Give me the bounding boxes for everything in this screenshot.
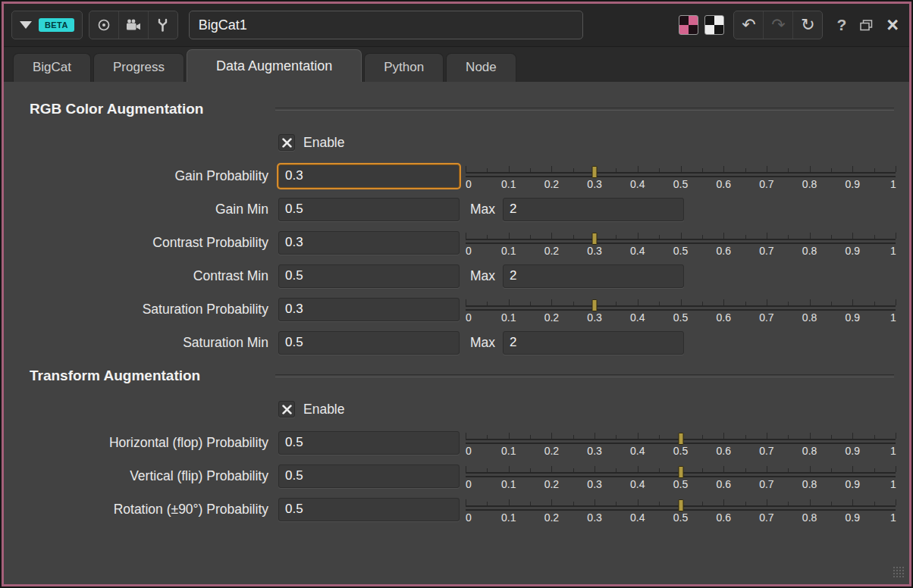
slider-handle[interactable] (678, 499, 683, 511)
slider-scale-label: 0.1 (501, 178, 516, 190)
slider-tick (767, 299, 767, 305)
slider-tick (810, 433, 811, 439)
section-title: Transform Augmentation (4, 368, 275, 384)
slider-scale-label: 0.8 (802, 445, 817, 457)
transform-enable-label: Enable (303, 402, 345, 418)
slider-handle[interactable] (678, 466, 683, 478)
titlebar-right-controls: ↶ ↷ ↻ ? × (679, 11, 899, 39)
slider-tick (509, 233, 510, 239)
slider-tick (551, 299, 552, 305)
gain-probability-row: Gain Probability 00.10.20.30.40.50.60.70… (4, 159, 909, 192)
tab-data-augmentation[interactable]: Data Augmentation (187, 49, 362, 82)
rgb-enable-label: Enable (303, 135, 345, 151)
slider-scale-label: 0.4 (630, 445, 645, 457)
undo-icon[interactable]: ↶ (734, 11, 764, 39)
slider-scale-label: 0 (466, 478, 472, 490)
gain-min-input[interactable] (278, 198, 460, 221)
slider-scale-label: 0.5 (673, 478, 688, 490)
slider-tick (551, 499, 552, 505)
collapse-group: BETA (11, 11, 83, 39)
slider-tick (466, 299, 466, 305)
gl-color-swatch-button[interactable] (704, 15, 724, 35)
param-label: Horizontal (flop) Probability (22, 435, 268, 451)
saturation-probability-slider[interactable]: 00.10.20.30.40.50.60.70.80.91 (466, 292, 896, 326)
rotation-probability-slider[interactable]: 00.10.20.30.40.50.60.70.80.91 (466, 493, 896, 526)
slider-tick (595, 433, 595, 439)
rgb-enable-row: Enable (4, 126, 909, 159)
slider-scale-label: 0 (466, 245, 472, 257)
saturation-min-max-row: Saturation Min Max (4, 326, 909, 359)
contrast-max-input[interactable] (503, 264, 684, 288)
slider-scale-label: 0.7 (759, 478, 773, 490)
vertical-flip-probability-slider[interactable]: 00.10.20.30.40.50.60.70.80.91 (466, 459, 896, 493)
close-icon[interactable]: × (886, 15, 899, 36)
slider-scale-labels: 00.10.20.30.40.50.60.70.80.91 (466, 178, 896, 190)
tab-progress[interactable]: Progress (93, 53, 184, 82)
outer-frame: BETA ↶ ↷ ↻ ? × (0, 0, 913, 588)
saturation-max-input[interactable] (503, 331, 684, 355)
gain-max-input[interactable] (503, 198, 684, 221)
rgb-enable-checkbox[interactable] (278, 134, 295, 151)
rotation-probability-row: Rotation (±90°) Probability 00.10.20.30.… (4, 493, 909, 526)
contrast-probability-input[interactable] (278, 231, 460, 255)
node-color-swatch-button[interactable] (679, 15, 698, 35)
camera-icon[interactable] (119, 11, 149, 39)
slider-scale-label: 0.6 (716, 478, 730, 490)
transform-enable-checkbox[interactable] (278, 401, 295, 418)
tab-bar: BigCat Progress Data Augmentation Python… (4, 46, 909, 82)
contrast-probability-slider[interactable]: 00.10.20.30.40.50.60.70.80.91 (466, 226, 896, 259)
slider-track-area (466, 429, 896, 444)
horizontal-flop-probability-input[interactable] (278, 431, 460, 455)
slider-tick (723, 166, 724, 172)
slider-scale-label: 0.9 (846, 178, 860, 190)
slider-tick (466, 466, 466, 472)
slider-scale-label: 0.7 (759, 178, 773, 190)
slider-tick (852, 299, 853, 305)
vertical-flip-probability-input[interactable] (278, 464, 460, 488)
transform-enable-row: Enable (4, 393, 909, 426)
slider-scale-label: 0.1 (501, 478, 516, 490)
collapse-triangle-icon[interactable] (20, 21, 32, 29)
slider-scale-label: 0.1 (501, 311, 516, 324)
param-label: Gain Probability (22, 168, 268, 184)
slider-tick (896, 433, 896, 439)
resize-grip[interactable] (893, 566, 905, 581)
float-window-icon[interactable] (860, 20, 873, 31)
slider-scale-label: 0.8 (802, 511, 817, 524)
slider-scale-label: 0.4 (630, 511, 645, 524)
tab-bigcat[interactable]: BigCat (13, 53, 91, 82)
slider-scale-label: 0.2 (544, 478, 559, 490)
slider-handle[interactable] (678, 433, 683, 445)
gain-probability-slider[interactable]: 00.10.20.30.40.50.60.70.80.91 (466, 159, 896, 192)
redo-icon[interactable]: ↷ (764, 11, 793, 39)
slider-tick (852, 499, 853, 505)
help-icon[interactable]: ? (836, 16, 846, 34)
slider-handle[interactable] (592, 166, 598, 178)
node-properties-window: BETA ↶ ↷ ↻ ? × (2, 2, 911, 586)
node-name-input[interactable] (189, 11, 583, 39)
rotation-probability-input[interactable] (278, 498, 460, 521)
horizontal-flop-probability-slider[interactable]: 00.10.20.30.40.50.60.70.80.91 (466, 426, 896, 459)
slider-scale-labels: 00.10.20.30.40.50.60.70.80.91 (466, 245, 896, 257)
contrast-min-input[interactable] (278, 264, 460, 288)
wrench-icon[interactable] (149, 11, 177, 39)
tab-node[interactable]: Node (446, 53, 516, 82)
saturation-min-input[interactable] (278, 331, 460, 355)
saturation-probability-input[interactable] (278, 298, 460, 321)
tab-python[interactable]: Python (364, 53, 444, 82)
slider-tick (509, 166, 510, 172)
slider-track (466, 172, 896, 177)
slider-scale-label: 0.6 (716, 245, 730, 257)
slider-scale-labels: 00.10.20.30.40.50.60.70.80.91 (466, 445, 896, 457)
revert-icon[interactable]: ↻ (793, 11, 822, 39)
slider-scale-label: 0.9 (846, 245, 860, 257)
slider-tick (638, 466, 638, 472)
center-node-icon[interactable] (89, 11, 119, 39)
slider-scale-label: 0 (466, 511, 472, 524)
checkmark-x-icon (282, 405, 292, 414)
slider-scale-label: 0.2 (544, 311, 559, 324)
slider-handle[interactable] (592, 233, 598, 245)
slider-handle[interactable] (592, 299, 598, 311)
gain-probability-input[interactable] (278, 164, 460, 188)
slider-scale-label: 0.8 (802, 311, 817, 324)
